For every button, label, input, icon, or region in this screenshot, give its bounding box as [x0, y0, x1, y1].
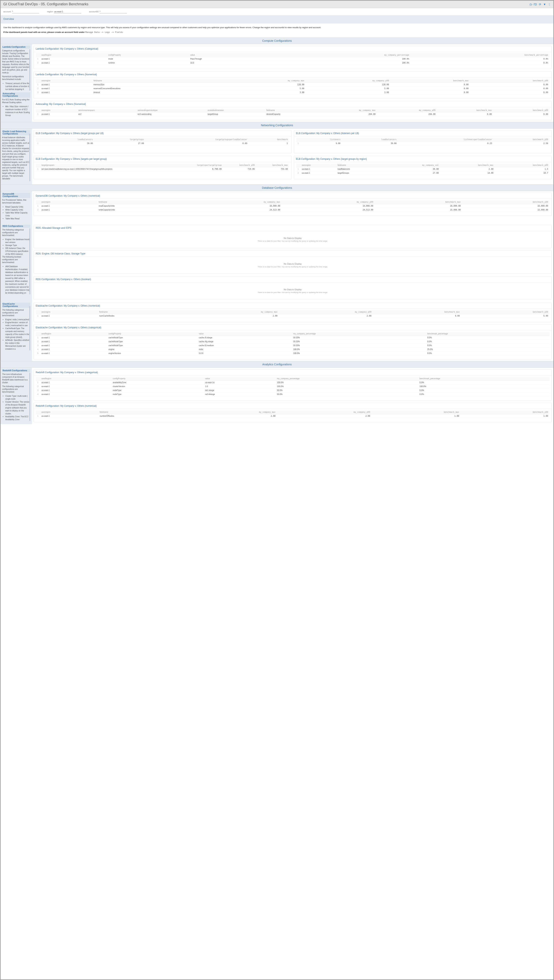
sidebar-elb: Elastic Load Balancing Configurations A … [2, 130, 30, 181]
table-row[interactable]: 1us-east-1cacheNodeTypecache.r5.xlarge33… [36, 336, 550, 340]
table-row[interactable]: 1us-east-1numCacheNodes2.002.006.005.90 [36, 314, 550, 318]
table-row[interactable]: 3us-east-1cacheNodeTypecache.t3.medium33… [36, 344, 550, 347]
panel-elb-targets-per-tg: ELB Configuration: My Company v. Others … [34, 156, 292, 179]
table-row[interactable]: 4us-east-1engineredis100.0%25.0% [36, 347, 550, 352]
panel-autoscaling-num: Autoscaling: My Company v. Others (Numer… [34, 101, 552, 120]
sidebar-dynamo: DynamoDB Configurations For Provisioned … [2, 192, 30, 220]
table-row[interactable]: 2us-east-1reservedConcurrentExecutions5.… [36, 87, 550, 91]
more-icon[interactable]: ⋮ [548, 3, 551, 6]
filter-bar: account region accountId [1, 8, 553, 16]
table-row[interactable]: 1us-east-1loadBalancers39.002.001.5 [296, 167, 550, 171]
table-row[interactable]: 5us-east-1engineVersion5.0.6100.0%0.0% [36, 352, 550, 355]
panel-elasticache-num: Elasticache Configuration: My Company v.… [34, 302, 552, 322]
table-row[interactable]: 3us-east-1timeout3.003.000.000.00 [36, 91, 550, 94]
table-row[interactable]: 3us-east-1nodeTypeds1.xlarge50.0%0.0% [36, 388, 550, 392]
header: GI CloudTrail DevOps - 05. Configuration… [1, 1, 553, 8]
panel-lambda-cat: Lambda Configuration: My Company v. Othe… [34, 46, 552, 69]
section-database: Database Configurations [1, 185, 553, 191]
panel-dynamo-num: DynamoDB Configuration: My Company v. Ot… [34, 192, 552, 216]
accountid-input[interactable] [100, 10, 127, 13]
sidebar-lambda: Lambda Configuration Categorical configu… [2, 46, 30, 91]
table-row[interactable]: 2us-east-1writeCapacityUnits24,513.0024,… [36, 208, 550, 212]
filter-label: account [3, 10, 11, 13]
table-row[interactable]: 19.0039.000.232.58 [296, 142, 550, 145]
table-row[interactable]: 139.0027.000.691 [36, 142, 289, 145]
section-analytics: Analytics Configurations [1, 361, 553, 368]
panel-redshift-num: Redshift Configuration: My Company v. Ot… [34, 403, 552, 422]
account-input[interactable] [12, 10, 39, 13]
table-row[interactable]: 1us-east-1numberOfNodes2.002.001.001.00 [36, 414, 550, 418]
table-row[interactable]: 2us-east-1runtime10.0100.0%0.0% [36, 61, 550, 65]
panel-rds-bool: RDS Configuration: My Company v. Others … [34, 276, 552, 299]
panel-elasticache-cat: Elasticache Configuration: My Company v.… [34, 325, 552, 360]
panel-rds-storage: RDS: Allocated Storage and IOPS No Data … [34, 225, 552, 248]
table-row[interactable]: 1arn:aws:elasticloadbalancing:us-east-1:… [36, 167, 289, 171]
table-row[interactable]: 1us-east-1memorySize128.00128.000.000.00 [36, 83, 550, 87]
intro-text: Use this dashboard to analyze configurat… [1, 24, 553, 37]
filter-icon[interactable]: ▼ [543, 3, 546, 6]
table-row[interactable]: 4us-east-1nodeTypera3.4xlarge50.0%0.0% [36, 392, 550, 396]
refresh-icon[interactable]: ⟳ [539, 3, 541, 6]
overview-bar: Overview [1, 16, 553, 24]
sidebar-autoscaling: Autoscaling Configurations For EC2 Auto … [2, 92, 30, 117]
region-input[interactable] [54, 10, 81, 13]
table-row[interactable]: 1us-east-1availabilityZoneus-east-1a100.… [36, 381, 550, 385]
filter-label: region [47, 10, 53, 13]
panel-elb-tg-per-lb: ELB Configuration: My Company v. Others … [34, 130, 292, 153]
table-row[interactable]: 1us-east-1modePassThrough100.0%0.0% [36, 57, 550, 61]
scrollbar[interactable] [29, 228, 30, 294]
scrollbar[interactable] [29, 49, 30, 91]
table-row[interactable]: 2us-east-1targetGroups27.0014.0010.7 [296, 171, 550, 175]
table-row[interactable]: 1us-east-1readCapacityUnits16,000.0016,0… [36, 204, 550, 208]
section-networking: Networking Configurations [1, 122, 553, 129]
panel-rds-engine: RDS: Engine, DB Instance Class, Storage … [34, 250, 552, 274]
filter-label: accountId [89, 10, 99, 13]
clock-icon[interactable]: ◷ -7D [530, 3, 537, 6]
table-row[interactable]: 1us-east-1ec2ec2-autoscalingtargetGroupd… [36, 112, 550, 116]
scrollbar[interactable] [29, 134, 30, 181]
panel-elb-listeners: ELB Configuration: My Company v. Others … [294, 130, 552, 153]
overview-title: Overview [3, 18, 551, 21]
header-actions: ◷ -7D ⟳ ▼ ⋮ [530, 3, 551, 6]
section-compute: Compute Configurations [1, 37, 553, 44]
sidebar-redshift: Redshift Configurations The core infrast… [2, 369, 30, 421]
sidebar-rds: RDS Configurations The following categor… [2, 225, 30, 294]
sidebar-elasticache: ElastiCache Configurations The following… [2, 302, 30, 350]
table-row[interactable]: 2us-east-1cacheNodeTypecache.r6g.xlarge3… [36, 340, 550, 344]
panel-redshift-cat: Redshift Configuration: My Company v. Ot… [34, 369, 552, 401]
page-title: GI CloudTrail DevOps - 05. Configuration… [3, 2, 88, 6]
scrollbar[interactable] [29, 306, 30, 350]
scrollbar[interactable] [29, 373, 30, 421]
panel-elb-tg-by-region: ELB Configuration: My Company v. Others … [294, 156, 552, 179]
panel-lambda-num: Lambda Configuration: My Company v. Othe… [34, 72, 552, 99]
table-row[interactable]: 2us-east-1clusterVersion1.0100.0%100.0% [36, 385, 550, 388]
